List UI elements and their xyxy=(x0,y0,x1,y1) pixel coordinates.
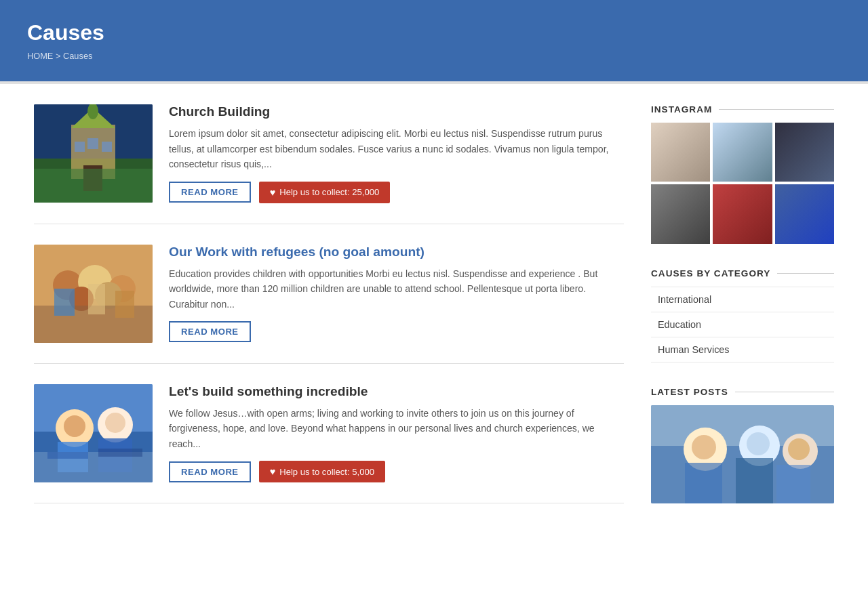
cause-title: Let's build something incredible xyxy=(169,384,624,399)
heart-icon: ♥ xyxy=(270,466,276,477)
svg-point-27 xyxy=(64,415,85,437)
svg-rect-9 xyxy=(34,169,153,203)
classroom-svg xyxy=(34,384,153,482)
category-item-international[interactable]: International xyxy=(651,287,834,312)
latest-posts-section: LATEST POSTS xyxy=(651,387,834,503)
svg-rect-6 xyxy=(75,142,85,152)
latest-posts-image xyxy=(651,405,834,503)
collect-button[interactable]: ♥ Help us to collect: 5,000 xyxy=(259,461,385,482)
cause-title: Church Building xyxy=(169,104,624,119)
breadcrumb-home[interactable]: HOME xyxy=(27,51,53,61)
svg-rect-7 xyxy=(102,142,112,152)
svg-rect-38 xyxy=(776,465,810,503)
children-image xyxy=(34,245,153,343)
causes-list: Church Building Lorem ipsum dolor sit am… xyxy=(34,104,624,528)
hero-section: Causes HOME > Causes xyxy=(0,0,868,81)
cause-body: Our Work with refugees (no goal amount) … xyxy=(169,245,624,343)
read-more-button[interactable]: READ MORE xyxy=(169,182,251,203)
category-title: CAUSES BY CATEGORY xyxy=(651,268,834,278)
svg-rect-19 xyxy=(115,291,134,318)
category-item-human-services[interactable]: Human Services xyxy=(651,337,834,362)
main-container: Church Building Lorem ipsum dolor sit am… xyxy=(7,84,861,548)
collect-label: Help us to collect: 25,000 xyxy=(279,187,379,197)
read-more-button[interactable]: READ MORE xyxy=(169,461,251,482)
cause-description: Education provides children with opportu… xyxy=(169,266,624,312)
svg-rect-18 xyxy=(88,284,105,314)
church-building-image xyxy=(34,104,153,203)
cause-body: Church Building Lorem ipsum dolor sit am… xyxy=(169,104,624,203)
latest-post-svg xyxy=(651,405,834,503)
cause-card: Let's build something incredible We foll… xyxy=(34,384,624,504)
instagram-thumb[interactable] xyxy=(713,184,772,243)
instagram-thumb[interactable] xyxy=(775,123,834,182)
svg-rect-17 xyxy=(54,289,75,316)
cause-image xyxy=(34,384,153,482)
svg-rect-37 xyxy=(736,458,773,503)
read-more-button[interactable]: READ MORE xyxy=(169,321,251,342)
collect-label: Help us to collect: 5,000 xyxy=(279,467,374,477)
breadcrumb-separator: > xyxy=(56,51,60,61)
cause-actions: READ MORE ♥ Help us to collect: 25,000 xyxy=(169,182,624,203)
svg-rect-30 xyxy=(98,449,142,457)
sidebar: INSTAGRAM CAUSES BY CATEGORY Internation… xyxy=(651,104,834,528)
cause-body: Let's build something incredible We foll… xyxy=(169,384,624,483)
church-svg xyxy=(34,104,153,203)
breadcrumb-current: Causes xyxy=(63,51,92,61)
category-section: CAUSES BY CATEGORY International Educati… xyxy=(651,268,834,362)
instagram-section: INSTAGRAM xyxy=(651,104,834,244)
instagram-thumb[interactable] xyxy=(651,123,710,182)
page-title: Causes xyxy=(27,20,841,45)
category-list: International Education Human Services xyxy=(651,287,834,362)
cause-actions: READ MORE ♥ Help us to collect: 5,000 xyxy=(169,461,624,482)
cause-actions: READ MORE xyxy=(169,321,624,342)
svg-rect-8 xyxy=(87,138,98,149)
svg-rect-29 xyxy=(47,452,88,459)
latest-posts-title: LATEST POSTS xyxy=(651,387,834,397)
collect-button[interactable]: ♥ Help us to collect: 25,000 xyxy=(259,182,391,203)
svg-rect-36 xyxy=(685,463,722,503)
svg-point-41 xyxy=(788,438,810,460)
svg-point-39 xyxy=(692,435,716,459)
cause-card: Church Building Lorem ipsum dolor sit am… xyxy=(34,104,624,224)
svg-point-28 xyxy=(105,413,125,433)
classroom-image xyxy=(34,384,153,482)
breadcrumb: HOME > Causes xyxy=(27,51,841,61)
instagram-thumb[interactable] xyxy=(775,184,834,243)
heart-icon: ♥ xyxy=(270,187,276,198)
cause-card: Our Work with refugees (no goal amount) … xyxy=(34,245,624,364)
cause-image xyxy=(34,245,153,343)
svg-point-40 xyxy=(747,432,770,455)
children-svg xyxy=(34,245,153,343)
cause-title[interactable]: Our Work with refugees (no goal amount) xyxy=(169,245,624,260)
instagram-title: INSTAGRAM xyxy=(651,104,834,115)
instagram-thumb[interactable] xyxy=(651,184,710,243)
cause-image xyxy=(34,104,153,203)
category-item-education[interactable]: Education xyxy=(651,312,834,337)
cause-description: Lorem ipsum dolor sit amet, consectetur … xyxy=(169,126,624,172)
instagram-grid xyxy=(651,123,834,244)
cause-description: We follow Jesus…with open arms; living a… xyxy=(169,406,624,452)
instagram-thumb[interactable] xyxy=(713,123,772,182)
